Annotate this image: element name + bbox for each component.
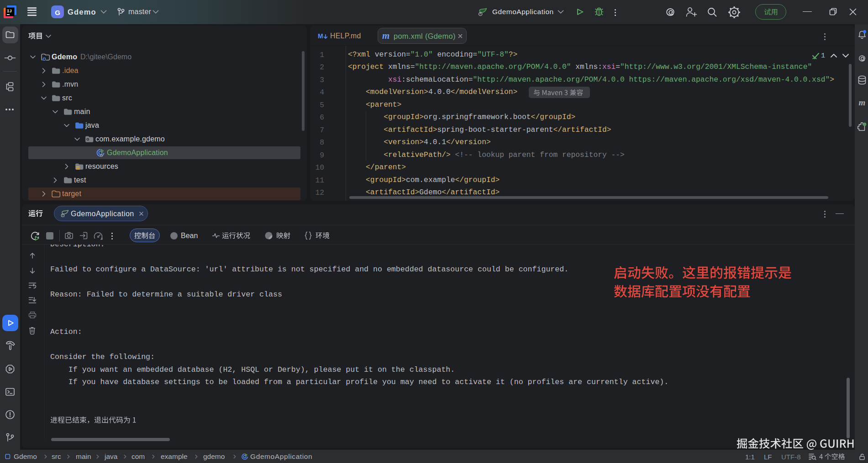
svg-text:IJ: IJ: [7, 9, 12, 14]
svg-text:M: M: [318, 32, 323, 40]
